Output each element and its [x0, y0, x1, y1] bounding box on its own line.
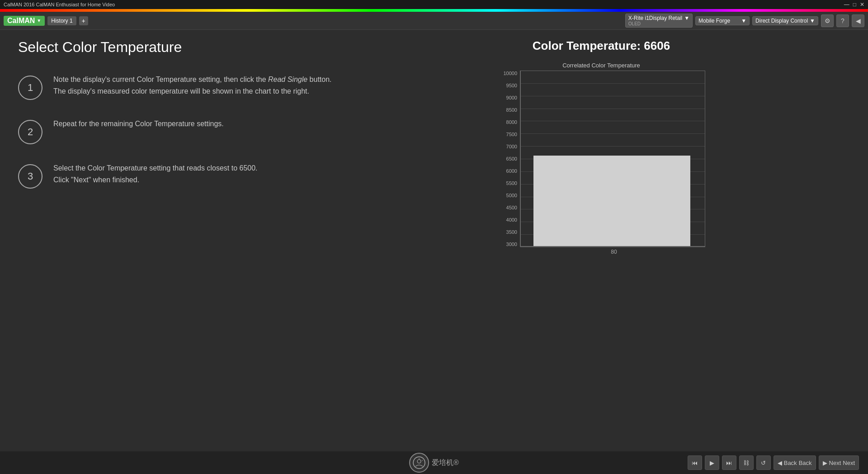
toolbar-right: X-Rite i1Display Retail ▼ OLED Mobile Fo…	[625, 14, 864, 28]
y-axis: 1000095009000850080007500700065006000550…	[497, 71, 520, 247]
step-3-circle: 3	[18, 164, 42, 189]
grid-line	[520, 146, 705, 147]
nav-buttons: ⏮ ▶ ⏭ ⛓ ↺ ◀ BackBack ▶ NextNext	[688, 455, 859, 470]
bar-rect	[533, 156, 691, 246]
y-axis-label: 5500	[506, 180, 517, 186]
logo-dropdown-arrow: ▼	[37, 18, 41, 23]
x-axis-label: 80	[523, 249, 705, 255]
toolbar: CalMAN ▼ History 1 + X-Rite i1Display Re…	[0, 12, 868, 30]
y-axis-label: 7500	[506, 132, 517, 137]
maximize-button[interactable]: □	[853, 1, 856, 8]
back-button[interactable]: ◀ BackBack	[774, 455, 816, 470]
y-axis-label: 8000	[506, 119, 517, 125]
step-2-text: Repeat for the remaining Color Temperatu…	[53, 118, 224, 130]
app-title: CalMAN 2016 CalMAN Enthusiast for Home V…	[4, 2, 115, 7]
history-tab-label: History 1	[51, 18, 72, 24]
help-button[interactable]: ?	[836, 14, 849, 27]
step-1-circle: 1	[18, 76, 42, 100]
y-axis-label: 4000	[506, 217, 517, 223]
calman-logo[interactable]: CalMAN ▼	[4, 16, 45, 26]
step-2-number: 2	[28, 126, 33, 138]
chart-title: Correlated Color Temperature	[497, 62, 705, 69]
forge-name: Mobile Forge	[698, 18, 730, 24]
close-button[interactable]: ✕	[860, 1, 864, 8]
step-2: 2 Repeat for the remaining Color Tempera…	[18, 118, 335, 144]
left-panel: Select Color Temperature 1 Note the disp…	[18, 39, 335, 442]
nav-link-button[interactable]: ⛓	[739, 455, 754, 470]
grid-line	[520, 133, 705, 134]
nav-reset-button[interactable]: ↺	[756, 455, 771, 470]
add-tab-button[interactable]: +	[79, 16, 88, 25]
minimize-button[interactable]: —	[844, 1, 849, 8]
nav-first-button[interactable]: ⏮	[688, 455, 702, 470]
right-panel: Color Temperature: 6606 Correlated Color…	[353, 39, 850, 442]
grid-line	[520, 109, 705, 109]
y-axis-label: 7000	[506, 144, 517, 149]
y-axis-label: 3000	[506, 242, 517, 247]
display-dropdown[interactable]: Direct Display Control ▼	[752, 16, 818, 25]
nav-play-button[interactable]: ▶	[705, 455, 719, 470]
logo-text: CalMAN	[7, 17, 35, 25]
step-2-circle: 2	[18, 120, 42, 144]
history-tab[interactable]: History 1	[47, 16, 76, 25]
window-controls: — □ ✕	[844, 1, 864, 8]
svg-point-1	[417, 460, 421, 463]
y-axis-label: 5000	[506, 193, 517, 198]
title-bar: CalMAN 2016 CalMAN Enthusiast for Home V…	[0, 0, 868, 9]
forge-dropdown[interactable]: Mobile Forge ▼	[695, 16, 750, 25]
svg-line-3	[422, 460, 423, 461]
chart-container: Correlated Color Temperature 10000950090…	[497, 62, 705, 270]
main-content: Select Color Temperature 1 Note the disp…	[0, 30, 868, 451]
page-title: Select Color Temperature	[18, 39, 335, 56]
next-button[interactable]: ▶ NextNext	[819, 455, 859, 470]
step-3: 3 Select the Color Temperature setting t…	[18, 162, 335, 189]
settings-button[interactable]: ⚙	[821, 14, 834, 27]
nav-last-button[interactable]: ⏭	[722, 455, 736, 470]
collapse-button[interactable]: ◀	[852, 14, 864, 27]
chart-inner: 1000095009000850080007500700065006000550…	[497, 71, 705, 247]
step-1-number: 1	[28, 82, 33, 94]
step-1: 1 Note the display's current Color Tempe…	[18, 74, 335, 100]
y-axis-label: 6500	[506, 156, 517, 161]
chart-plot	[520, 71, 705, 247]
watermark: 爱培机®	[409, 453, 459, 473]
bottom-bar: 爱培机® ⏮ ▶ ⏭ ⛓ ↺ ◀ BackBack ▶ NextNext	[0, 451, 868, 474]
grid-line	[520, 71, 705, 71]
y-axis-label: 10000	[503, 71, 517, 76]
meter-sub: OLED	[628, 21, 689, 26]
meter-name: X-Rite i1Display Retail	[628, 15, 682, 21]
y-axis-label: 4500	[506, 205, 517, 210]
grid-line	[520, 96, 705, 96]
forge-dropdown-arrow: ▼	[741, 18, 746, 24]
display-dropdown-arrow: ▼	[810, 18, 815, 24]
y-axis-label: 9500	[506, 83, 517, 88]
color-temp-reading: Color Temperature: 6606	[533, 39, 670, 53]
grid-line	[520, 83, 705, 84]
watermark-text: 爱培机®	[432, 458, 459, 468]
grid-line	[520, 247, 705, 247]
y-axis-label: 8500	[506, 107, 517, 113]
y-axis-label: 3500	[506, 229, 517, 235]
step-3-text: Select the Color Temperature setting tha…	[53, 162, 258, 185]
step-3-number: 3	[28, 171, 33, 182]
y-axis-label: 9000	[506, 95, 517, 100]
watermark-svg	[413, 456, 425, 469]
meter-dropdown-arrow: ▼	[684, 15, 689, 21]
step-1-text: Note the display's current Color Tempera…	[53, 74, 332, 97]
meter-dropdown[interactable]: X-Rite i1Display Retail ▼ OLED	[625, 14, 693, 28]
watermark-icon	[409, 453, 429, 473]
grid-line	[520, 121, 705, 121]
display-name: Direct Display Control	[755, 18, 808, 24]
y-axis-label: 6000	[506, 168, 517, 174]
